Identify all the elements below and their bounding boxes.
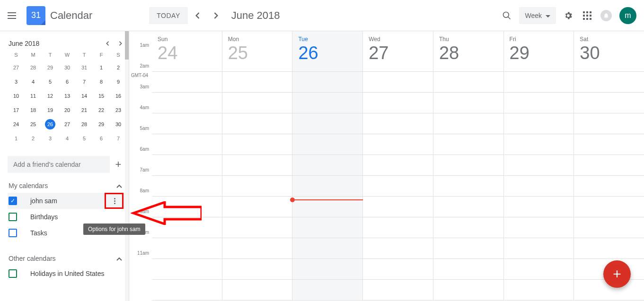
calendar-checkbox[interactable]	[9, 213, 17, 221]
time-slot[interactable]	[573, 238, 644, 258]
time-slot[interactable]	[573, 134, 644, 155]
mini-day[interactable]: 10	[8, 89, 25, 103]
mini-day[interactable]: 30	[59, 60, 76, 75]
mini-day[interactable]: 16	[110, 89, 127, 103]
today-button[interactable]: TODAY	[149, 7, 187, 24]
time-slot[interactable]	[222, 280, 292, 300]
next-week-button[interactable]	[207, 12, 226, 19]
time-slot[interactable]	[292, 134, 362, 155]
mini-prev-month[interactable]	[104, 40, 111, 47]
time-slot[interactable]	[222, 113, 292, 134]
mini-day[interactable]: 18	[25, 103, 42, 117]
mini-day[interactable]: 9	[110, 75, 127, 89]
calendar-checkbox[interactable]: ✓	[9, 197, 17, 205]
calendar-checkbox[interactable]	[9, 269, 17, 278]
time-slot[interactable]	[152, 197, 222, 217]
time-slot[interactable]	[362, 217, 433, 238]
my-calendars-header[interactable]: My calendars	[8, 173, 127, 193]
calendar-item[interactable]: Holidays in United States	[8, 266, 127, 282]
mini-day[interactable]: 15	[93, 89, 110, 103]
time-slot[interactable]	[222, 259, 292, 279]
time-slot[interactable]	[292, 176, 362, 196]
mini-day[interactable]: 6	[59, 75, 76, 89]
time-slot[interactable]	[433, 280, 503, 300]
calendar-item[interactable]: Birthdays	[8, 209, 127, 225]
time-slot[interactable]	[362, 113, 433, 134]
time-slot[interactable]	[573, 93, 644, 113]
time-slot[interactable]	[292, 259, 362, 279]
apps-grid-icon[interactable]	[578, 6, 597, 25]
time-slot[interactable]	[222, 197, 292, 217]
account-avatar[interactable]: m	[619, 7, 636, 24]
time-slot[interactable]	[433, 134, 503, 155]
mini-day[interactable]: 1	[93, 60, 110, 75]
add-friend-input[interactable]	[8, 156, 110, 173]
calendar-item[interactable]: ✓john sam	[8, 193, 127, 209]
time-slot[interactable]	[433, 155, 503, 175]
time-slot[interactable]	[292, 113, 362, 134]
mini-day[interactable]: 7	[110, 131, 127, 146]
time-slot[interactable]	[152, 155, 222, 175]
time-slot[interactable]	[503, 134, 574, 155]
time-slot[interactable]	[222, 72, 292, 92]
day-header[interactable]: Thu28	[433, 31, 503, 71]
time-slot[interactable]	[222, 217, 292, 238]
time-slot[interactable]	[573, 113, 644, 134]
time-grid[interactable]	[152, 72, 644, 301]
mini-day[interactable]: 28	[25, 60, 42, 75]
mini-day[interactable]: 27	[8, 60, 25, 75]
time-slot[interactable]	[573, 176, 644, 196]
mini-day[interactable]: 2	[110, 60, 127, 75]
time-slot[interactable]	[433, 113, 503, 134]
time-slot[interactable]	[152, 217, 222, 238]
time-slot[interactable]	[292, 72, 362, 92]
mini-day[interactable]: 13	[59, 89, 76, 103]
day-header[interactable]: Mon25	[222, 31, 292, 71]
day-header[interactable]: Sun24	[152, 31, 222, 71]
time-slot[interactable]	[503, 238, 574, 258]
time-slot[interactable]	[222, 93, 292, 113]
time-slot[interactable]	[503, 155, 574, 175]
time-slot[interactable]	[362, 197, 433, 217]
time-slot[interactable]	[503, 72, 574, 92]
time-slot[interactable]	[222, 176, 292, 196]
mini-day[interactable]: 4	[25, 75, 42, 89]
time-slot[interactable]	[152, 93, 222, 113]
mini-day[interactable]: 23	[110, 103, 127, 117]
time-slot[interactable]	[292, 238, 362, 258]
time-slot[interactable]	[292, 155, 362, 175]
time-slot[interactable]	[573, 197, 644, 217]
day-header[interactable]: Sat30	[573, 31, 644, 71]
mini-day[interactable]: 4	[59, 131, 76, 146]
time-slot[interactable]	[503, 197, 574, 217]
mini-day[interactable]: 6	[93, 131, 110, 146]
time-slot[interactable]	[433, 197, 503, 217]
mini-day[interactable]: 29	[93, 117, 110, 131]
mini-day[interactable]: 17	[8, 103, 25, 117]
mini-day[interactable]: 3	[8, 75, 25, 89]
mini-day[interactable]: 22	[93, 103, 110, 117]
mini-day[interactable]: 19	[42, 103, 59, 117]
time-slot[interactable]	[292, 217, 362, 238]
time-slot[interactable]	[222, 238, 292, 258]
day-header[interactable]: Tue26	[292, 31, 362, 71]
time-slot[interactable]	[292, 280, 362, 300]
mini-day[interactable]: 5	[42, 75, 59, 89]
prev-week-button[interactable]	[188, 12, 207, 19]
time-slot[interactable]	[503, 280, 574, 300]
time-slot[interactable]	[503, 176, 574, 196]
time-slot[interactable]	[362, 259, 433, 279]
time-slot[interactable]	[433, 93, 503, 113]
calendar-options-icon[interactable]	[110, 196, 119, 206]
mini-day[interactable]: 2	[25, 131, 42, 146]
mini-day[interactable]: 12	[42, 89, 59, 103]
mini-day[interactable]: 26	[42, 117, 59, 131]
time-slot[interactable]	[503, 217, 574, 238]
mini-day[interactable]: 11	[25, 89, 42, 103]
mini-day[interactable]: 1	[8, 131, 25, 146]
mini-day[interactable]: 25	[25, 117, 42, 131]
mini-day[interactable]: 31	[76, 60, 93, 75]
calendar-checkbox[interactable]	[9, 229, 17, 237]
other-calendars-header[interactable]: Other calendars	[8, 246, 127, 266]
add-calendar-button[interactable]: +	[110, 158, 127, 171]
